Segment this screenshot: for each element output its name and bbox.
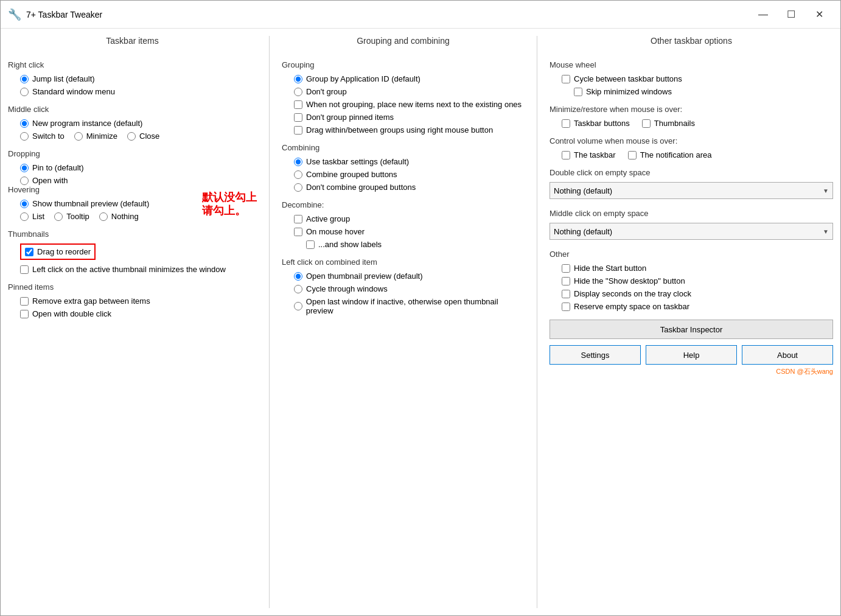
close-button[interactable]: ✕ [805, 5, 833, 24]
decombine-section-title: Decombine: [282, 200, 525, 209]
middle-click-empty-title: Middle click on empty space [550, 209, 833, 218]
other-options: Hide the Start button Hide the "Show des… [562, 264, 833, 311]
thumbnails-options: Drag to reorder Left click on the active… [20, 243, 257, 274]
middle-click-section-title: Middle click [8, 105, 257, 114]
cycle-taskbar-buttons[interactable]: Cycle between taskbar buttons [562, 74, 833, 83]
annotation-text: 默认没勾上 请勾上。 [202, 191, 257, 217]
grouping-section-title: Grouping [282, 60, 525, 69]
left-click-minimizes-checkbox[interactable]: Left click on the active thumbnail minim… [20, 265, 257, 274]
decombine-options: Active group On mouse hover ...and show … [294, 214, 525, 249]
dropping-section-title: Dropping [8, 149, 257, 158]
place-new-items[interactable]: When not grouping, place new items next … [294, 100, 525, 109]
middle-click-minimize[interactable]: Minimize [74, 131, 117, 141]
hovering-thumbnail[interactable]: Show thumbnail preview (default) [20, 199, 190, 208]
combining-section-title: Combining [282, 143, 525, 152]
display-seconds-tray[interactable]: Display seconds on the tray clock [562, 289, 833, 298]
pinned-items-options: Remove extra gap between items Open with… [20, 296, 257, 318]
minimize-restore-options: Taskbar buttons Thumbnails [562, 119, 833, 128]
bottom-buttons: Settings Help About [550, 345, 833, 365]
dont-combine-grouped[interactable]: Don't combine grouped buttons [294, 183, 525, 192]
control-volume-title: Control volume when mouse is over: [550, 136, 833, 145]
taskbar-buttons-checkbox[interactable]: Taskbar buttons [562, 119, 630, 128]
pinned-items-section-title: Pinned items [8, 282, 257, 292]
cycle-windows[interactable]: Cycle through windows [294, 284, 525, 293]
hovering-list[interactable]: List [20, 212, 44, 221]
right-column-header: Other taskbar options [550, 36, 833, 51]
middle-click-empty-value: Nothing (default) [554, 227, 612, 236]
left-column: Taskbar items Right click Jump list (def… [8, 36, 270, 608]
hovering-tooltip[interactable]: Tooltip [54, 212, 89, 221]
middle-click-row: Switch to Minimize Close [20, 131, 257, 141]
hovering-row: List Tooltip Nothing [20, 212, 190, 221]
notification-area-checkbox[interactable]: The notification area [628, 150, 712, 159]
decombine-mouse-hover[interactable]: On mouse hover [294, 227, 525, 236]
dont-group-pinned[interactable]: Don't group pinned items [294, 113, 525, 122]
hide-start-button[interactable]: Hide the Start button [562, 264, 833, 273]
use-taskbar-settings[interactable]: Use taskbar settings (default) [294, 157, 525, 166]
drag-to-reorder-box: Drag to reorder [20, 243, 96, 260]
remove-gap-checkbox[interactable]: Remove extra gap between items [20, 296, 257, 306]
restore-button[interactable]: ☐ [777, 5, 805, 24]
taskbar-inspector-button[interactable]: Taskbar Inspector [550, 320, 833, 339]
title-bar: 🔧 7+ Taskbar Tweaker — ☐ ✕ [1, 1, 840, 29]
double-click-dropdown-arrow: ▼ [823, 187, 829, 194]
open-last-window[interactable]: Open last window if inactive, otherwise … [294, 297, 525, 315]
thumbnails-checkbox[interactable]: Thumbnails [642, 119, 695, 128]
middle-click-new-instance[interactable]: New program instance (default) [20, 119, 257, 128]
other-section-title: Other [550, 250, 833, 259]
dont-group[interactable]: Don't group [294, 87, 525, 96]
left-click-combined-options: Open thumbnail preview (default) Cycle t… [294, 271, 525, 315]
hide-show-desktop[interactable]: Hide the "Show desktop" button [562, 276, 833, 285]
app-title: 7+ Taskbar Tweaker [26, 10, 749, 19]
app-icon: 🔧 [8, 8, 21, 21]
open-double-click-checkbox[interactable]: Open with double click [20, 309, 257, 318]
minimize-button[interactable]: — [749, 5, 777, 24]
dropping-open-with[interactable]: Open with [20, 176, 257, 185]
right-click-section-title: Right click [8, 60, 257, 69]
reserve-empty-space[interactable]: Reserve empty space on taskbar [562, 302, 833, 311]
minimize-restore-title: Minimize/restore when mouse is over: [550, 105, 833, 114]
the-taskbar-checkbox[interactable]: The taskbar [562, 150, 616, 159]
left-click-combined-title: Left click on combined item [282, 257, 525, 267]
main-window: 🔧 7+ Taskbar Tweaker — ☐ ✕ Taskbar items… [0, 0, 841, 616]
window-controls: — ☐ ✕ [749, 5, 833, 24]
drag-within-groups[interactable]: Drag within/between groups using right m… [294, 125, 525, 135]
middle-column: Grouping and combining Grouping Group by… [270, 36, 537, 608]
combining-options: Use taskbar settings (default) Combine g… [294, 157, 525, 192]
drag-to-reorder-checkbox[interactable]: Drag to reorder [25, 247, 91, 256]
decombine-show-labels[interactable]: ...and show labels [306, 240, 525, 249]
thumbnails-section-title: Thumbnails [8, 229, 257, 239]
content-area: Taskbar items Right click Jump list (def… [1, 29, 840, 615]
dropping-pin[interactable]: Pin to (default) [20, 163, 257, 172]
hovering-nothing[interactable]: Nothing [99, 212, 139, 221]
middle-click-switch[interactable]: Switch to [20, 131, 65, 141]
middle-click-close[interactable]: Close [127, 131, 159, 141]
mid-column-header: Grouping and combining [282, 36, 525, 51]
double-click-empty-dropdown[interactable]: Nothing (default) ▼ [550, 182, 833, 199]
dropping-options: Pin to (default) Open with [20, 163, 257, 185]
middle-click-options: New program instance (default) Switch to… [20, 119, 257, 141]
middle-click-dropdown-arrow: ▼ [823, 228, 829, 235]
mouse-wheel-options: Cycle between taskbar buttons Skip minim… [562, 74, 833, 96]
control-volume-options: The taskbar The notification area [562, 150, 833, 159]
double-click-empty-title: Double click on empty space [550, 168, 833, 177]
left-column-header: Taskbar items [8, 36, 257, 51]
open-thumbnail-preview[interactable]: Open thumbnail preview (default) [294, 271, 525, 281]
middle-click-empty-dropdown[interactable]: Nothing (default) ▼ [550, 223, 833, 240]
hovering-section-title: Hovering [8, 185, 190, 194]
right-click-standard-menu[interactable]: Standard window menu [20, 87, 257, 96]
skip-minimized-windows[interactable]: Skip minimized windows [574, 87, 833, 96]
grouping-options: Group by Application ID (default) Don't … [294, 74, 525, 135]
right-column: Other taskbar options Mouse wheel Cycle … [537, 36, 833, 608]
combine-grouped[interactable]: Combine grouped buttons [294, 170, 525, 179]
watermark: CSDN @石头wang [550, 367, 833, 376]
about-button[interactable]: About [742, 345, 833, 365]
settings-button[interactable]: Settings [550, 345, 641, 365]
group-by-appid[interactable]: Group by Application ID (default) [294, 74, 525, 83]
right-click-jump-list[interactable]: Jump list (default) [20, 74, 257, 83]
double-click-empty-value: Nothing (default) [554, 186, 612, 195]
mouse-wheel-title: Mouse wheel [550, 60, 833, 69]
help-button[interactable]: Help [646, 345, 737, 365]
right-click-options: Jump list (default) Standard window menu [20, 74, 257, 96]
decombine-active-group[interactable]: Active group [294, 214, 525, 223]
